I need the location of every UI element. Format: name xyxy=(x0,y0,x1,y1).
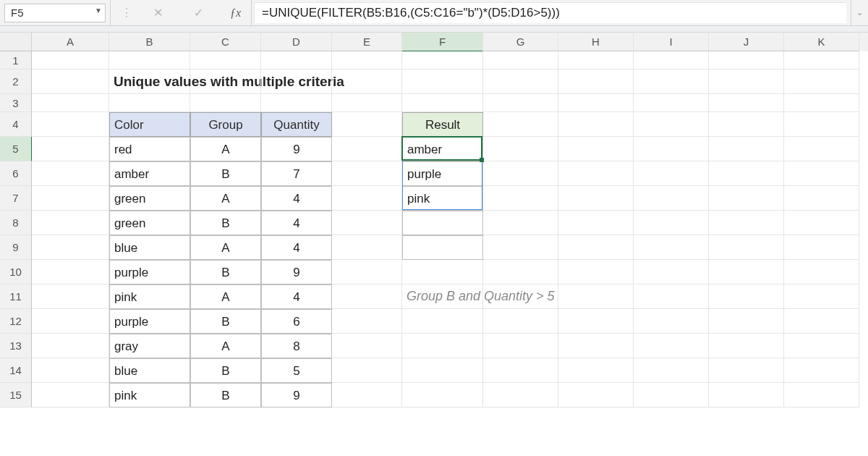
cell-H5[interactable] xyxy=(558,137,634,161)
cell-I5[interactable] xyxy=(634,137,709,161)
row-header-7[interactable]: 7 xyxy=(0,186,32,211)
cell-B14[interactable]: blue xyxy=(109,358,190,383)
select-all-corner[interactable] xyxy=(0,33,32,51)
cell-J6[interactable] xyxy=(709,161,784,186)
cell-E5[interactable] xyxy=(332,137,402,161)
row-header-4[interactable]: 4 xyxy=(0,112,32,137)
formula-input[interactable]: =UNIQUE(FILTER(B5:B16,(C5:C16="b")*(D5:D… xyxy=(254,2,846,23)
cell-C5[interactable]: A xyxy=(190,137,261,161)
cell-G4[interactable] xyxy=(483,112,558,137)
cell-B4[interactable]: Color xyxy=(109,112,190,137)
col-header-F[interactable]: F xyxy=(402,33,483,51)
name-box-dropdown-icon[interactable]: ▼ xyxy=(95,7,102,14)
row-header-12[interactable]: 12 xyxy=(0,309,32,334)
cell-J11[interactable] xyxy=(709,284,784,309)
cell-H14[interactable] xyxy=(558,358,634,383)
cell-A5[interactable] xyxy=(32,137,109,161)
cell-F10[interactable] xyxy=(402,260,483,284)
cell-F5[interactable]: amber xyxy=(402,137,483,161)
col-header-G[interactable]: G xyxy=(483,33,558,51)
cell-K1[interactable] xyxy=(784,51,859,69)
cell-H3[interactable] xyxy=(558,94,634,112)
row-header-13[interactable]: 13 xyxy=(0,334,32,358)
cell-E12[interactable] xyxy=(332,309,402,334)
cell-B10[interactable]: purple xyxy=(109,260,190,284)
cell-J4[interactable] xyxy=(709,112,784,137)
cell-A14[interactable] xyxy=(32,358,109,383)
cell-C14[interactable]: B xyxy=(190,358,261,383)
cell-H4[interactable] xyxy=(558,112,634,137)
row-header-15[interactable]: 15 xyxy=(0,383,32,408)
cell-D6[interactable]: 7 xyxy=(261,161,332,186)
cell-G11[interactable] xyxy=(483,284,558,309)
cell-B12[interactable]: purple xyxy=(109,309,190,334)
cell-D9[interactable]: 4 xyxy=(261,235,332,260)
cell-D11[interactable]: 4 xyxy=(261,284,332,309)
cell-K4[interactable] xyxy=(784,112,859,137)
cell-G1[interactable] xyxy=(483,51,558,69)
cell-E8[interactable] xyxy=(332,211,402,235)
cell-J2[interactable] xyxy=(709,69,784,94)
cell-K15[interactable] xyxy=(784,383,859,408)
cell-A9[interactable] xyxy=(32,235,109,260)
cell-E7[interactable] xyxy=(332,186,402,211)
name-box[interactable]: F5 ▼ xyxy=(4,4,106,22)
formula-bar-expand-icon[interactable]: ⌄ xyxy=(851,0,868,25)
cell-B8[interactable]: green xyxy=(109,211,190,235)
row-header-9[interactable]: 9 xyxy=(0,235,32,260)
cell-F8[interactable] xyxy=(402,211,483,235)
cell-I1[interactable] xyxy=(634,51,709,69)
cell-D3[interactable] xyxy=(261,94,332,112)
cell-D7[interactable]: 4 xyxy=(261,186,332,211)
cell-G8[interactable] xyxy=(483,211,558,235)
cell-E15[interactable] xyxy=(332,383,402,408)
cell-D10[interactable]: 9 xyxy=(261,260,332,284)
row-header-8[interactable]: 8 xyxy=(0,211,32,235)
col-header-H[interactable]: H xyxy=(558,33,634,51)
cell-G10[interactable] xyxy=(483,260,558,284)
cell-F1[interactable] xyxy=(402,51,483,69)
cell-F11[interactable]: Group B and Quantity > 5 xyxy=(402,284,483,309)
cell-D2[interactable] xyxy=(261,69,332,94)
cell-J1[interactable] xyxy=(709,51,784,69)
col-header-C[interactable]: C xyxy=(190,33,261,51)
cell-K7[interactable] xyxy=(784,186,859,211)
cell-I2[interactable] xyxy=(634,69,709,94)
cell-C4[interactable]: Group xyxy=(190,112,261,137)
cancel-icon[interactable]: ✕ xyxy=(150,6,167,20)
cell-C7[interactable]: A xyxy=(190,186,261,211)
cell-F6[interactable]: purple xyxy=(402,161,483,186)
cell-E11[interactable] xyxy=(332,284,402,309)
cell-C6[interactable]: B xyxy=(190,161,261,186)
cell-I11[interactable] xyxy=(634,284,709,309)
cell-F9[interactable] xyxy=(402,235,483,260)
col-header-A[interactable]: A xyxy=(32,33,109,51)
cell-F13[interactable] xyxy=(402,334,483,358)
insert-function-icon[interactable]: ƒx xyxy=(230,7,241,20)
cell-F15[interactable] xyxy=(402,383,483,408)
row-header-10[interactable]: 10 xyxy=(0,260,32,284)
cell-H10[interactable] xyxy=(558,260,634,284)
cell-J13[interactable] xyxy=(709,334,784,358)
row-header-1[interactable]: 1 xyxy=(0,51,32,69)
cell-E1[interactable] xyxy=(332,51,402,69)
cell-B7[interactable]: green xyxy=(109,186,190,211)
cell-J8[interactable] xyxy=(709,211,784,235)
cell-G6[interactable] xyxy=(483,161,558,186)
cell-B13[interactable]: gray xyxy=(109,334,190,358)
cell-A8[interactable] xyxy=(32,211,109,235)
cell-J9[interactable] xyxy=(709,235,784,260)
row-header-11[interactable]: 11 xyxy=(0,284,32,309)
cell-K11[interactable] xyxy=(784,284,859,309)
col-header-D[interactable]: D xyxy=(261,33,332,51)
cell-D13[interactable]: 8 xyxy=(261,334,332,358)
cell-E6[interactable] xyxy=(332,161,402,186)
cell-H13[interactable] xyxy=(558,334,634,358)
cell-H2[interactable] xyxy=(558,69,634,94)
row-header-2[interactable]: 2 xyxy=(0,69,32,94)
cell-J7[interactable] xyxy=(709,186,784,211)
cell-B2[interactable]: Unique values with multiple criteria xyxy=(109,69,190,94)
spreadsheet-grid[interactable]: A B C D E F G H I J K 12Unique values wi… xyxy=(0,33,868,408)
cell-G12[interactable] xyxy=(483,309,558,334)
cell-C3[interactable] xyxy=(190,94,261,112)
